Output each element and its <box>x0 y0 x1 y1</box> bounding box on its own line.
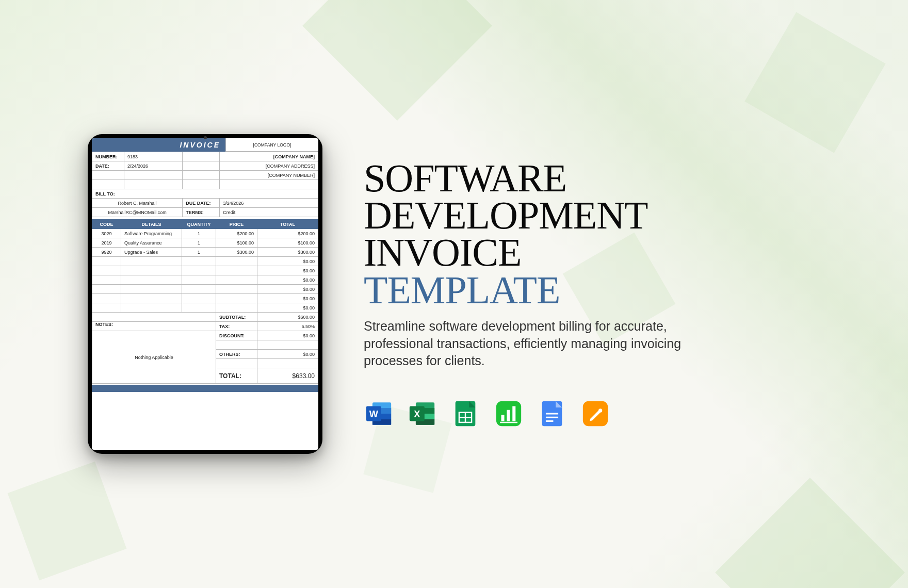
col-quantity: QUANTITY <box>182 220 216 229</box>
svg-rect-17 <box>501 415 505 421</box>
tablet-mockup: INVOICE [COMPANY LOGO] NUMBER: 9183 [COM… <box>88 134 322 454</box>
table-row: $0.00 <box>92 266 318 275</box>
apple-numbers-icon[interactable] <box>494 399 524 429</box>
value-date: 2/24/2026 <box>124 161 183 171</box>
label-total: TOTAL: <box>216 368 257 384</box>
line-items-table: CODE DETAILS QUANTITY PRICE TOTAL 3029 S… <box>92 219 318 384</box>
svg-point-26 <box>598 409 602 412</box>
value-tax: 5.50% <box>257 322 318 331</box>
google-sheets-icon[interactable] <box>450 399 480 429</box>
value-discount: $0.00 <box>257 331 318 340</box>
col-total: TOTAL <box>257 220 318 229</box>
value-total: $633.00 <box>257 368 318 384</box>
bill-to-email: MarshallRC@MNOMail.com <box>92 208 183 217</box>
invoice-document: INVOICE [COMPANY LOGO] NUMBER: 9183 [COM… <box>92 138 318 450</box>
bill-to-name: Robert C. Marshall <box>92 199 183 208</box>
table-row: $0.00 <box>92 275 318 285</box>
label-terms: TERMS: <box>183 208 220 217</box>
notes-text: Nothing Applicable <box>92 331 216 384</box>
svg-rect-19 <box>512 406 515 421</box>
apple-pages-icon[interactable] <box>580 399 610 429</box>
label-discount: DISCOUNT: <box>216 331 257 340</box>
invoice-meta-table: NUMBER: 9183 [COMPANY NAME] DATE: 2/24/2… <box>92 152 318 217</box>
table-row: 3029 Software Programming 1 $200.00 $200… <box>92 229 318 238</box>
svg-rect-18 <box>507 410 510 421</box>
label-others: OTHERS: <box>216 350 257 359</box>
description: Streamline software development billing … <box>364 318 704 370</box>
table-row: 2019 Quality Assurance 1 $100.00 $100.00 <box>92 238 318 248</box>
value-due-date: 3/24/2026 <box>220 199 318 208</box>
company-number-placeholder: [COMPANY NUMBER] <box>220 171 318 180</box>
table-row: $0.00 <box>92 285 318 294</box>
svg-text:X: X <box>414 409 420 419</box>
label-notes: NOTES: <box>92 322 216 331</box>
col-details: DETAILS <box>121 220 182 229</box>
company-name-placeholder: [COMPANY NAME] <box>220 152 318 161</box>
col-price: PRICE <box>216 220 257 229</box>
excel-icon[interactable]: X <box>407 399 437 429</box>
value-terms: Credit <box>220 208 318 217</box>
table-row: $0.00 <box>92 303 318 313</box>
format-icons: W X <box>364 399 735 429</box>
label-due-date: DUE DATE: <box>183 199 220 208</box>
google-docs-icon[interactable] <box>537 399 567 429</box>
label-date: DATE: <box>92 161 124 171</box>
company-address-placeholder: [COMPANY ADDRESS] <box>220 161 318 171</box>
company-logo-placeholder: [COMPANY LOGO] <box>225 138 318 152</box>
value-others: $0.00 <box>257 350 318 359</box>
table-row: $0.00 <box>92 294 318 303</box>
invoice-title: INVOICE <box>92 138 225 152</box>
label-subtotal: SUBTOTAL: <box>216 313 257 322</box>
label-number: NUMBER: <box>92 152 124 161</box>
table-row: 9920 Upgrade - Sales 1 $300.00 $300.00 <box>92 248 318 257</box>
table-row: $0.00 <box>92 257 318 266</box>
word-icon[interactable]: W <box>364 399 394 429</box>
value-subtotal: $600.00 <box>257 313 318 322</box>
label-tax: TAX: <box>216 322 257 331</box>
svg-text:W: W <box>369 409 379 419</box>
col-code: CODE <box>92 220 121 229</box>
invoice-footer-bar <box>92 385 318 392</box>
label-bill-to: BILL TO: <box>92 189 318 199</box>
value-number: 9183 <box>124 152 183 161</box>
page-title: SOFTWARE DEVELOPMENT INVOICE TEMPLATE <box>364 159 735 308</box>
